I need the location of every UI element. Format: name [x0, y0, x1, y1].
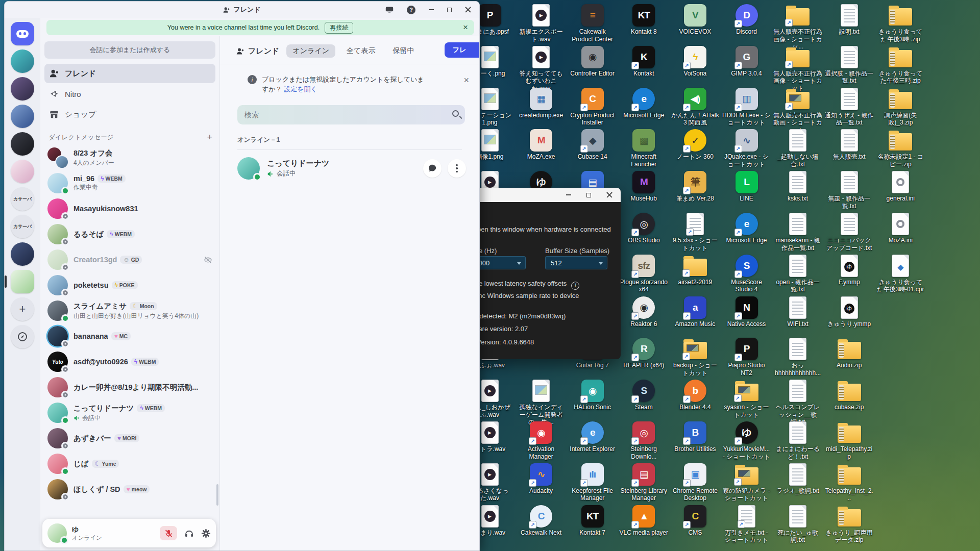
create-dm-button[interactable]: + [207, 132, 212, 143]
open-settings-link[interactable]: 設定を開く [284, 85, 317, 93]
banner-close-icon[interactable]: × [463, 22, 468, 33]
desktop-icon[interactable]: ↗無人販売不正行為画像 - ショートカッ... [773, 3, 822, 51]
desktop-icon[interactable]: ılı↗Keepforest File Manager [568, 462, 617, 502]
desktop-icon[interactable]: WIFI.txt [773, 295, 822, 328]
tab-保留中[interactable]: 保留中 [386, 44, 420, 58]
desktop-icon[interactable]: 名称未設定1 - コピー.zip [876, 128, 925, 168]
dialog-minimize-button[interactable] [566, 194, 571, 195]
sidebar-item-shop[interactable]: ショップ [44, 105, 215, 124]
desktop-icon[interactable]: まにまにわーるど！.txt [773, 420, 822, 460]
rail-item-logo[interactable] [11, 22, 34, 45]
desktop-icon[interactable]: ラジオ_歌詞.txt [773, 462, 822, 495]
desktop-icon[interactable]: 選択肢 - 親作品一覧.txt [825, 45, 874, 85]
desktop-icon[interactable]: ✓↗ノートン 360 [671, 128, 720, 161]
join-or-create-conversation-button[interactable]: 会話に参加または作成する [44, 41, 215, 59]
desktop-icon[interactable]: ◆きゅうり食ってた午後3時-01.cpr [876, 254, 925, 293]
dm-row[interactable]: るるそばϟWEBM [44, 221, 215, 247]
desktop-icon[interactable]: ▩Minecraft Launcher [619, 128, 668, 168]
desktop-icon[interactable]: C↗CMS [671, 504, 720, 537]
sidebar-item-nitro[interactable]: Nitro [44, 84, 215, 104]
desktop-icon[interactable]: 死にたい_ゅ歌詞.txt [773, 504, 822, 544]
sync-sample-rate-checkbox-label[interactable]: Sync Windows sample rate to device [471, 292, 579, 299]
desktop-icon[interactable]: MMoZA.exe [517, 128, 566, 161]
desktop-icon[interactable]: C↗Cakewalk Next [517, 504, 566, 537]
desktop-icon[interactable]: S↗Steam [619, 379, 668, 411]
desktop-icon[interactable]: ◎↗Steinberg Downlo... [619, 420, 668, 460]
desktop-icon[interactable]: e↗Microsoft Edge [619, 87, 668, 119]
rail-item-server[interactable] [11, 270, 34, 293]
desktop-icon[interactable]: Audio.zip [825, 337, 874, 369]
desktop-icon[interactable]: ▶答え知っててもむずいわこれ.wav [517, 45, 566, 92]
desktop-icon[interactable]: きゅうり_調声用データ.zip [825, 504, 874, 544]
desktop-icon[interactable]: 説明.txt [825, 3, 874, 36]
desktop-icon[interactable]: ↗無人販売不正行為動画 - ショートカット [773, 87, 822, 134]
desktop-icon[interactable]: ↗万引きメモ.txt - ショートカット [722, 504, 771, 544]
friend-row[interactable]: こってりドーナツ 会話中 [232, 153, 471, 184]
desktop-icon[interactable]: e↗Internet Explorer [568, 420, 617, 453]
desktop-icon[interactable]: ↗backup - ショートカット [671, 337, 720, 377]
mic-mute-button[interactable] [160, 526, 177, 540]
desktop-icon[interactable]: ↗無人販売不正行為画像 - ショートカット [773, 45, 822, 92]
buffer-size-select[interactable]: 512 [545, 256, 607, 269]
rail-item-server[interactable] [11, 242, 34, 266]
desktop-icon[interactable]: ゆF.ymmp [825, 254, 874, 286]
sidebar-item-friends[interactable]: フレンド [44, 64, 215, 83]
desktop-icon[interactable]: ニコニコバックアップコード.txt [825, 212, 874, 252]
window-close-button[interactable] [465, 7, 471, 13]
rail-item-server[interactable] [11, 49, 34, 73]
desktop-icon[interactable]: おっhhhhhhhhhhhh... [773, 337, 822, 377]
dm-row[interactable]: 8/23 オフ会4人のメンバー [44, 145, 215, 170]
dm-row[interactable]: カレー卯丼@8/19より期限不明活動... [44, 374, 215, 400]
dm-row[interactable]: mi_96ϟWEBM作業中毒 [44, 170, 215, 196]
help-button[interactable]: ? [407, 6, 415, 14]
desktop-icon[interactable]: e↗Microsoft Edge [722, 212, 771, 244]
rail-item-text[interactable]: カサーバ [11, 187, 34, 211]
desktop-icon[interactable]: MMuseHub [619, 170, 668, 203]
rail-item-server[interactable] [11, 132, 34, 156]
desktop-icon[interactable]: KTKontakt 8 [619, 3, 668, 36]
desktop-icon[interactable]: ↗家の防犯カメラ - ショートカット [722, 462, 771, 502]
dm-row[interactable]: ほしくず / SD♥meow [44, 477, 215, 502]
rail-item-add[interactable]: + [11, 297, 34, 321]
sidebar-scrollbar[interactable] [216, 484, 218, 506]
desktop-icon[interactable]: ↗syasinn - ショートカット [722, 379, 771, 418]
desktop-icon[interactable]: ゆ↗YukkuriMovieM... - ショートカット [722, 420, 771, 460]
desktop-icon[interactable]: ▥↗HDDFMT.exe - ショートカット [722, 87, 771, 127]
dm-row[interactable]: こってりドーナツϟWEBM会話中 [44, 400, 215, 425]
lowest-latency-checkbox-label[interactable]: Use lowest latency safety offsetsi [471, 280, 579, 290]
dm-row[interactable]: Creator13gd☺GD [44, 247, 215, 272]
dm-row[interactable]: Yutoasdf@yuto0926ϟWEBM [44, 349, 215, 374]
dm-row[interactable]: Masayukisnow831 [44, 196, 215, 221]
desktop-icon[interactable]: ↗9.5.xlsx - ショートカット [671, 212, 720, 252]
window-maximize-button[interactable] [447, 8, 452, 12]
desktop-icon[interactable]: b↗Blender 4.4 [671, 379, 720, 411]
desktop-icon[interactable]: cubase.zip [825, 379, 874, 411]
desktop-icon[interactable]: P↗Piapro Studio NT2 [722, 337, 771, 377]
desktop-icon[interactable]: N↗Native Access [722, 295, 771, 328]
desktop-icon[interactable]: MoZA.ini [876, 212, 925, 244]
dm-row[interactable]: bananana♥MC [44, 323, 215, 349]
rail-item-server[interactable] [11, 77, 34, 101]
message-button[interactable] [423, 159, 442, 178]
desktop-icon[interactable]: ◉↗HALion Sonic [568, 379, 617, 411]
desktop-icon[interactable]: ◉↗Reaktor 6 [619, 295, 668, 328]
rail-item-explore[interactable] [11, 325, 34, 348]
desktop-icon[interactable]: KTKontakt 7 [568, 504, 617, 537]
dm-row[interactable]: poketetsuϟPOKE [44, 272, 215, 298]
desktop-icon[interactable]: G↗GIMP 3.0.4 [722, 45, 771, 78]
search-input[interactable] [237, 105, 465, 124]
notice-close-icon[interactable]: × [463, 76, 469, 85]
reconnect-button[interactable]: 再接続 [325, 22, 353, 34]
desktop-icon[interactable]: D↗Discord [722, 3, 771, 36]
desktop-icon[interactable]: ◀)↗かんたん！AITalk 3 関西風 [671, 87, 720, 127]
desktop-icon[interactable]: 調声練習(失敗)_3.zip [876, 87, 925, 127]
screen-share-button[interactable] [385, 6, 394, 13]
desktop-icon[interactable]: _起動しない場合.txt [773, 128, 822, 168]
desktop-icon[interactable]: ◉Controller Editor [568, 45, 617, 78]
desktop-icon[interactable]: 無題 - 親作品一覧.txt [825, 170, 874, 210]
desktop-icon[interactable]: Telepathy_Inst_2... [825, 462, 874, 502]
desktop-icon[interactable]: 無人販売.txt [825, 128, 874, 161]
desktop-icon[interactable]: B↗Brother Utilities [671, 420, 720, 453]
desktop-icon[interactable]: ヘルスコンプレッション__歌詞.txt [773, 379, 822, 426]
desktop-icon[interactable]: sfz↗Plogue sforzando x64 [619, 254, 668, 293]
